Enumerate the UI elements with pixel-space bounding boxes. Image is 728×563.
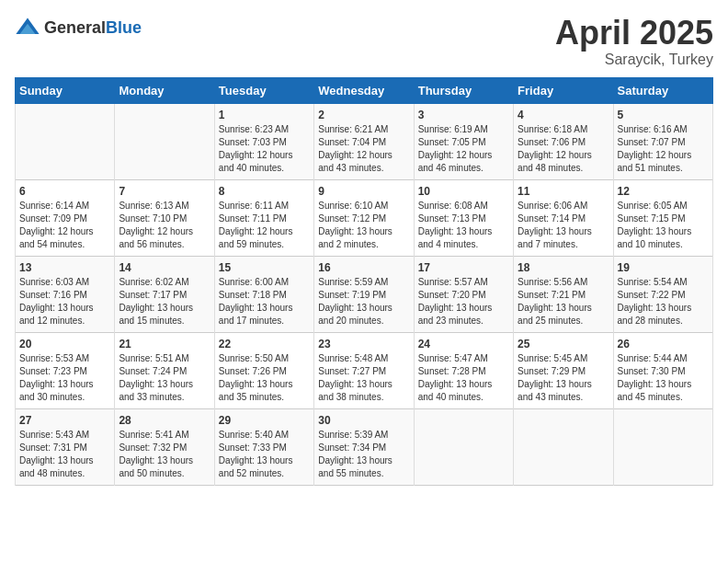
sunset-text: Sunset: 7:29 PM xyxy=(518,366,586,376)
cell-content: Sunrise: 5:51 AM Sunset: 7:24 PM Dayligh… xyxy=(119,352,210,404)
sunrise-text: Sunrise: 5:44 AM xyxy=(618,353,688,363)
cell-content: Sunrise: 6:14 AM Sunset: 7:09 PM Dayligh… xyxy=(19,200,110,251)
daylight-text: Daylight: 13 hours and 30 minutes. xyxy=(19,379,94,402)
weekday-header-monday: Monday xyxy=(115,77,214,103)
calendar-cell: 23 Sunrise: 5:48 AM Sunset: 7:27 PM Dayl… xyxy=(314,332,414,408)
daylight-text: Daylight: 13 hours and 33 minutes. xyxy=(119,379,193,402)
daylight-text: Daylight: 12 hours and 46 minutes. xyxy=(418,150,493,173)
weekday-header-thursday: Thursday xyxy=(414,77,513,103)
daylight-text: Daylight: 13 hours and 2 minutes. xyxy=(318,226,392,249)
sunset-text: Sunset: 7:14 PM xyxy=(518,213,586,224)
calendar-cell: 16 Sunrise: 5:59 AM Sunset: 7:19 PM Dayl… xyxy=(314,256,414,332)
calendar-cell: 28 Sunrise: 5:41 AM Sunset: 7:32 PM Dayl… xyxy=(115,408,214,485)
daylight-text: Daylight: 13 hours and 4 minutes. xyxy=(418,226,493,249)
sunrise-text: Sunrise: 6:00 AM xyxy=(219,277,289,287)
calendar-cell: 10 Sunrise: 6:08 AM Sunset: 7:13 PM Dayl… xyxy=(414,179,513,256)
logo-text-blue: Blue xyxy=(106,18,142,37)
sunrise-text: Sunrise: 5:51 AM xyxy=(119,353,188,363)
day-number: 17 xyxy=(418,261,509,274)
sunset-text: Sunset: 7:23 PM xyxy=(19,366,87,376)
sunrise-text: Sunrise: 6:02 AM xyxy=(119,277,188,287)
calendar-cell: 11 Sunrise: 6:06 AM Sunset: 7:14 PM Dayl… xyxy=(514,179,613,256)
calendar-week-row: 1 Sunrise: 6:23 AM Sunset: 7:03 PM Dayli… xyxy=(16,103,713,179)
daylight-text: Daylight: 13 hours and 7 minutes. xyxy=(518,226,592,249)
sunrise-text: Sunrise: 5:43 AM xyxy=(19,430,89,440)
day-number: 27 xyxy=(19,414,110,427)
calendar-cell: 12 Sunrise: 6:05 AM Sunset: 7:15 PM Dayl… xyxy=(613,179,712,256)
sunset-text: Sunset: 7:06 PM xyxy=(518,137,586,147)
sunrise-text: Sunrise: 6:11 AM xyxy=(219,201,289,211)
day-number: 29 xyxy=(219,414,310,427)
day-number: 5 xyxy=(618,109,709,121)
calendar-cell: 8 Sunrise: 6:11 AM Sunset: 7:11 PM Dayli… xyxy=(214,179,313,256)
sunrise-text: Sunrise: 6:18 AM xyxy=(518,124,587,134)
sunset-text: Sunset: 7:33 PM xyxy=(219,442,287,453)
calendar-cell: 17 Sunrise: 5:57 AM Sunset: 7:20 PM Dayl… xyxy=(414,256,513,332)
day-number: 7 xyxy=(119,185,210,198)
day-number: 6 xyxy=(19,185,110,198)
calendar-cell: 13 Sunrise: 6:03 AM Sunset: 7:16 PM Dayl… xyxy=(16,256,115,332)
sunset-text: Sunset: 7:03 PM xyxy=(219,137,287,147)
daylight-text: Daylight: 13 hours and 38 minutes. xyxy=(318,379,392,402)
sunset-text: Sunset: 7:27 PM xyxy=(318,366,386,376)
daylight-text: Daylight: 13 hours and 12 minutes. xyxy=(19,303,94,326)
sunset-text: Sunset: 7:13 PM xyxy=(418,213,486,224)
daylight-text: Daylight: 13 hours and 48 minutes. xyxy=(19,455,94,478)
sunrise-text: Sunrise: 5:47 AM xyxy=(418,353,488,363)
calendar-week-row: 6 Sunrise: 6:14 AM Sunset: 7:09 PM Dayli… xyxy=(16,179,713,256)
day-number: 30 xyxy=(318,414,409,427)
day-number: 23 xyxy=(318,338,409,350)
daylight-text: Daylight: 12 hours and 48 minutes. xyxy=(518,150,592,173)
day-number: 3 xyxy=(418,109,509,121)
cell-content: Sunrise: 6:18 AM Sunset: 7:06 PM Dayligh… xyxy=(518,123,609,175)
daylight-text: Daylight: 12 hours and 40 minutes. xyxy=(219,150,293,173)
calendar-cell: 30 Sunrise: 5:39 AM Sunset: 7:34 PM Dayl… xyxy=(314,408,414,485)
calendar-cell xyxy=(613,408,712,485)
cell-content: Sunrise: 6:06 AM Sunset: 7:14 PM Dayligh… xyxy=(518,200,609,251)
calendar-cell: 20 Sunrise: 5:53 AM Sunset: 7:23 PM Dayl… xyxy=(16,332,115,408)
cell-content: Sunrise: 6:00 AM Sunset: 7:18 PM Dayligh… xyxy=(219,276,310,327)
cell-content: Sunrise: 5:47 AM Sunset: 7:28 PM Dayligh… xyxy=(418,352,509,404)
daylight-text: Daylight: 13 hours and 50 minutes. xyxy=(119,455,193,478)
weekday-header-friday: Friday xyxy=(514,77,613,103)
logo-icon xyxy=(15,15,40,40)
sunset-text: Sunset: 7:04 PM xyxy=(318,137,386,147)
sunset-text: Sunset: 7:32 PM xyxy=(119,442,187,453)
calendar-cell: 24 Sunrise: 5:47 AM Sunset: 7:28 PM Dayl… xyxy=(414,332,513,408)
calendar-cell: 5 Sunrise: 6:16 AM Sunset: 7:07 PM Dayli… xyxy=(613,103,712,179)
daylight-text: Daylight: 13 hours and 43 minutes. xyxy=(518,379,592,402)
logo: GeneralBlue xyxy=(15,15,142,40)
cell-content: Sunrise: 6:23 AM Sunset: 7:03 PM Dayligh… xyxy=(219,123,310,175)
sunset-text: Sunset: 7:31 PM xyxy=(19,442,87,453)
calendar-cell: 19 Sunrise: 5:54 AM Sunset: 7:22 PM Dayl… xyxy=(613,256,712,332)
daylight-text: Daylight: 13 hours and 28 minutes. xyxy=(618,303,692,326)
weekday-header-row: SundayMondayTuesdayWednesdayThursdayFrid… xyxy=(16,77,713,103)
day-number: 10 xyxy=(418,185,509,198)
day-number: 25 xyxy=(518,338,609,350)
weekday-header-saturday: Saturday xyxy=(613,77,712,103)
day-number: 21 xyxy=(119,338,210,350)
cell-content: Sunrise: 5:41 AM Sunset: 7:32 PM Dayligh… xyxy=(119,429,210,480)
sunrise-text: Sunrise: 6:03 AM xyxy=(19,277,89,287)
daylight-text: Daylight: 13 hours and 20 minutes. xyxy=(318,303,392,326)
cell-content: Sunrise: 5:56 AM Sunset: 7:21 PM Dayligh… xyxy=(518,276,609,327)
sunset-text: Sunset: 7:24 PM xyxy=(119,366,187,376)
calendar-cell: 3 Sunrise: 6:19 AM Sunset: 7:05 PM Dayli… xyxy=(414,103,513,179)
sunset-text: Sunset: 7:26 PM xyxy=(219,366,287,376)
sunset-text: Sunset: 7:19 PM xyxy=(318,290,386,300)
sunset-text: Sunset: 7:10 PM xyxy=(119,213,187,224)
cell-content: Sunrise: 6:08 AM Sunset: 7:13 PM Dayligh… xyxy=(418,200,509,251)
day-number: 16 xyxy=(318,261,409,274)
calendar-week-row: 20 Sunrise: 5:53 AM Sunset: 7:23 PM Dayl… xyxy=(16,332,713,408)
daylight-text: Daylight: 12 hours and 54 minutes. xyxy=(19,226,94,249)
cell-content: Sunrise: 5:54 AM Sunset: 7:22 PM Dayligh… xyxy=(618,276,709,327)
calendar-cell: 14 Sunrise: 6:02 AM Sunset: 7:17 PM Dayl… xyxy=(115,256,214,332)
sunrise-text: Sunrise: 6:14 AM xyxy=(19,201,89,211)
calendar-cell: 22 Sunrise: 5:50 AM Sunset: 7:26 PM Dayl… xyxy=(214,332,313,408)
cell-content: Sunrise: 6:03 AM Sunset: 7:16 PM Dayligh… xyxy=(19,276,110,327)
day-number: 9 xyxy=(318,185,409,198)
day-number: 1 xyxy=(219,109,310,121)
weekday-header-sunday: Sunday xyxy=(16,77,115,103)
sunset-text: Sunset: 7:30 PM xyxy=(618,366,686,376)
sunset-text: Sunset: 7:22 PM xyxy=(618,290,686,300)
